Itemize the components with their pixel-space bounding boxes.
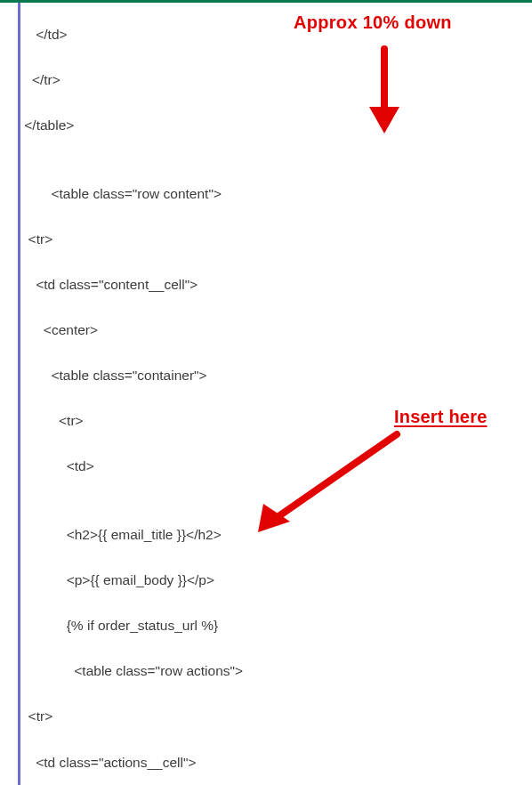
code-line: <td class="content__cell"> [20, 273, 525, 296]
arrow-insert-icon [246, 427, 415, 543]
svg-marker-1 [369, 107, 399, 134]
code-line: {% if order_status_url %} [20, 614, 525, 637]
code-line: </table> [20, 114, 525, 137]
code-editor-viewport: </td> </tr> </table> <table class="row c… [20, 0, 525, 785]
code-line: <center> [20, 319, 525, 342]
code-line: <p>{{ email_body }}</p> [20, 569, 525, 592]
annotation-insert-note: Insert here [394, 407, 487, 427]
code-line: <tr> [20, 228, 525, 251]
code-line: <td class="actions__cell"> [20, 751, 525, 774]
annotation-top-note: Approx 10% down [294, 12, 452, 33]
code-line: <table class="row content"> [20, 182, 525, 206]
code-line: <tr> [20, 705, 525, 728]
code-line: <table class="container"> [20, 364, 525, 387]
code-line: <table class="row actions"> [20, 660, 525, 683]
arrow-down-icon [362, 45, 407, 142]
code-line: </tr> [20, 69, 525, 92]
